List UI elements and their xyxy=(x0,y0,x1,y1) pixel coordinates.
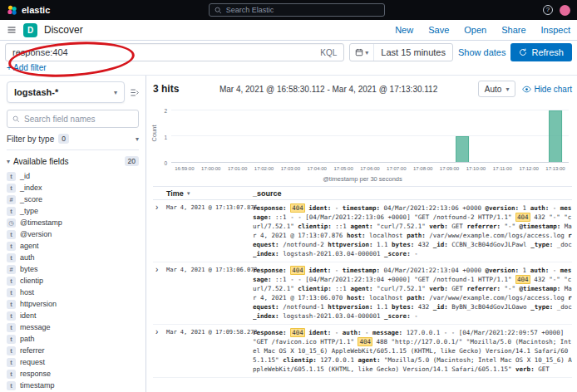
date-picker[interactable]: ▾ Last 15 minutes xyxy=(349,43,453,61)
nav-action-new[interactable]: New xyxy=(395,25,413,35)
hide-chart-button[interactable]: Hide chart xyxy=(522,85,572,94)
doc-time: Mar 4, 2021 @ 17:09:58.278 xyxy=(166,328,253,374)
add-filter-button[interactable]: + Add filter xyxy=(7,63,47,72)
table-row: ›Mar 4, 2021 @ 17:13:06.070response: 404… xyxy=(153,262,572,325)
field-item[interactable]: thttpversion xyxy=(7,298,139,310)
x-tick-label: 17:03:00 xyxy=(281,166,300,171)
expand-row-button[interactable]: › xyxy=(153,328,166,374)
field-type-icon: t xyxy=(7,381,16,390)
field-item[interactable]: tpath xyxy=(7,333,139,345)
highlighted-term: 404 xyxy=(515,213,530,222)
field-item[interactable]: thost xyxy=(7,287,139,298)
index-pattern-label: logstash-* xyxy=(14,87,58,97)
field-name: agent xyxy=(20,242,39,250)
nav-action-inspect[interactable]: Inspect xyxy=(541,25,570,35)
user-avatar[interactable] xyxy=(560,5,570,16)
field-type-icon: # xyxy=(7,265,16,274)
field-item[interactable]: t_type xyxy=(7,205,139,217)
x-tick-label: 17:00:00 xyxy=(201,166,220,171)
expand-row-button[interactable]: › xyxy=(153,266,166,321)
field-type-icon: t xyxy=(7,172,16,181)
field-type-icon: t xyxy=(7,242,16,251)
collapse-sidebar-button[interactable] xyxy=(130,88,139,97)
expand-row-button[interactable]: › xyxy=(153,203,166,258)
field-item[interactable]: tmessage xyxy=(7,321,139,333)
field-item[interactable]: tident xyxy=(7,310,139,321)
field-name: _id xyxy=(20,172,30,180)
field-item[interactable]: ttimestamp xyxy=(7,380,139,391)
table-row: ›Mar 4, 2021 @ 17:09:58.278response: 404… xyxy=(153,325,572,378)
date-picker-quick-menu[interactable]: ▾ xyxy=(350,44,374,61)
field-type-icon: t xyxy=(7,300,16,309)
available-fields-count: 20 xyxy=(125,156,139,166)
x-tick-label: 17:04:00 xyxy=(308,166,327,171)
hits-count: 3 hits xyxy=(153,83,179,95)
time-column-label: Time xyxy=(166,189,184,198)
column-header-time[interactable]: Time ▼ xyxy=(166,189,253,198)
field-item[interactable]: #_score xyxy=(7,194,139,205)
field-name: clientip xyxy=(20,277,43,285)
global-header: elastic Search Elastic ? xyxy=(0,0,577,20)
field-item[interactable]: #bytes xyxy=(7,263,139,275)
search-icon xyxy=(12,115,20,123)
show-dates-button[interactable]: Show dates xyxy=(458,47,505,57)
field-item[interactable]: tagent xyxy=(7,240,139,252)
field-name: path xyxy=(20,335,35,343)
hide-chart-label: Hide chart xyxy=(534,85,572,94)
field-item[interactable]: t_index xyxy=(7,182,139,194)
field-name: referrer xyxy=(20,346,45,355)
nav-action-save[interactable]: Save xyxy=(428,25,449,35)
chevron-down-icon: ▾ xyxy=(114,89,117,96)
field-item[interactable]: trequest xyxy=(7,356,139,368)
nav-action-share[interactable]: Share xyxy=(501,25,525,35)
field-name: host xyxy=(20,288,34,296)
index-pattern-switcher[interactable]: logstash-* ▾ xyxy=(7,81,125,103)
chart-plot[interactable] xyxy=(171,103,569,163)
interval-select[interactable]: Auto ▾ xyxy=(478,81,516,97)
highlighted-term: 404 xyxy=(290,203,305,213)
field-name: timestamp xyxy=(20,381,55,390)
field-item[interactable]: treferrer xyxy=(7,345,139,356)
field-item[interactable]: tauth xyxy=(7,252,139,263)
collapse-icon xyxy=(130,88,139,97)
field-item[interactable]: ◷@timestamp xyxy=(7,217,139,228)
chart-bar[interactable] xyxy=(549,110,562,162)
field-type-icon: t xyxy=(7,311,16,321)
query-input[interactable]: response:404 KQL xyxy=(5,43,344,61)
chevron-down-icon: ▾ xyxy=(365,49,368,56)
interval-value: Auto xyxy=(485,85,502,94)
field-name: _type xyxy=(20,207,38,215)
help-icon[interactable]: ? xyxy=(543,5,553,15)
search-icon xyxy=(215,7,222,14)
nav-actions: New Save Open Share Inspect xyxy=(395,25,570,35)
field-name: @timestamp xyxy=(20,218,62,227)
nav-action-open[interactable]: Open xyxy=(464,25,486,35)
x-tick-label: 17:12:00 xyxy=(519,166,538,171)
field-list: t_idt_index#_scoret_type◷@timestampt@ver… xyxy=(7,170,139,391)
field-type-icon: t xyxy=(7,346,16,355)
chart-bar[interactable] xyxy=(456,136,470,162)
field-item[interactable]: t@version xyxy=(7,228,139,240)
x-tick-label: 17:08:00 xyxy=(413,166,432,171)
available-fields-header[interactable]: ▾ Available fields 20 xyxy=(7,156,139,166)
filter-by-type-label: Filter by type xyxy=(7,135,54,144)
field-item[interactable]: tclientip xyxy=(7,275,139,287)
elastic-logo xyxy=(7,5,17,16)
field-search-input[interactable]: Search field names xyxy=(7,110,139,128)
refresh-button[interactable]: Refresh xyxy=(510,43,572,61)
field-type-icon: t xyxy=(7,288,16,297)
y-axis-ticks: 012 xyxy=(153,103,170,163)
field-item[interactable]: tresponse xyxy=(7,368,139,380)
space-badge[interactable]: D xyxy=(23,23,37,37)
global-search-input[interactable]: Search Elastic xyxy=(209,3,385,17)
field-type-icon: t xyxy=(7,370,16,379)
brand-label: elastic xyxy=(22,5,50,15)
kql-button[interactable]: KQL xyxy=(320,48,337,57)
app-title: Discover xyxy=(44,24,83,36)
discover-main: 3 hits Mar 4, 2021 @ 16:58:30.112 - Mar … xyxy=(146,76,577,392)
time-range-label[interactable]: Last 15 minutes xyxy=(374,47,452,57)
menu-button[interactable] xyxy=(7,25,17,35)
field-item[interactable]: t_id xyxy=(7,170,139,182)
elastic-brand[interactable]: elastic xyxy=(7,5,50,16)
filter-by-type-button[interactable]: Filter by type 0 ▾ xyxy=(7,134,139,150)
